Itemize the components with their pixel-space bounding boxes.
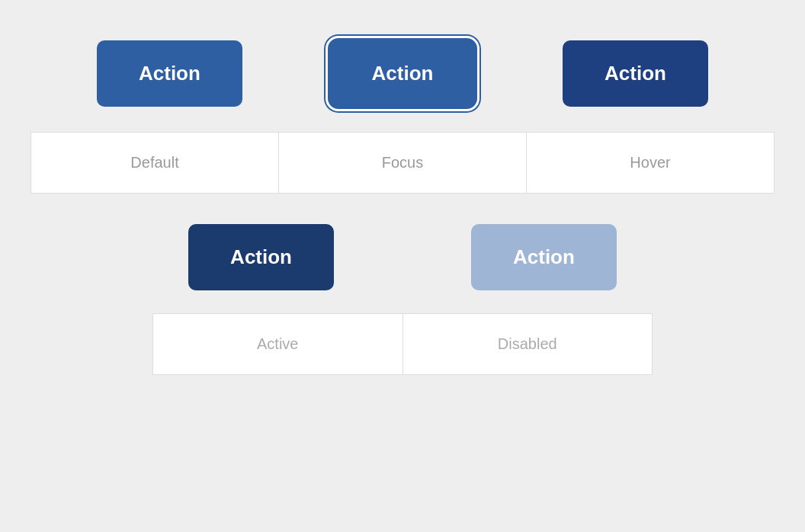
hover-button[interactable]: Action — [563, 40, 708, 107]
default-button[interactable]: Action — [97, 40, 242, 107]
bottom-row: Action Action — [0, 224, 805, 290]
disabled-label: Disabled — [402, 313, 653, 375]
main-container: Action Action Action Default Focus Hover… — [0, 0, 805, 532]
disabled-button: Action — [471, 224, 617, 290]
active-button[interactable]: Action — [188, 224, 334, 290]
default-label: Default — [30, 132, 278, 194]
hover-label: Hover — [526, 132, 775, 194]
top-row: Action Action Action — [0, 0, 805, 109]
labels-row: Default Focus Hover — [0, 132, 805, 194]
focus-label: Focus — [278, 132, 526, 194]
active-label: Active — [152, 313, 402, 375]
focus-button[interactable]: Action — [328, 38, 478, 109]
bottom-labels-row: Active Disabled — [0, 313, 805, 375]
